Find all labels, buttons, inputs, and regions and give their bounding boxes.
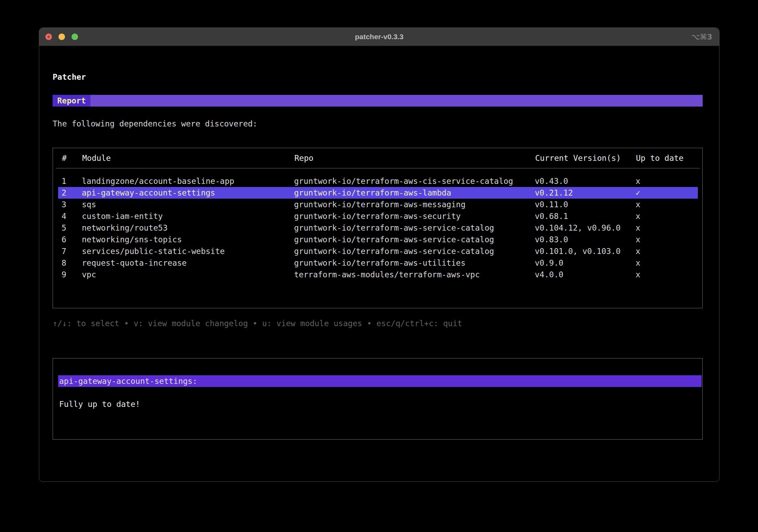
dependencies-table: # Module Repo Current Version(s) Up to d… bbox=[53, 148, 703, 308]
row-module: networking/route53 bbox=[82, 222, 294, 234]
column-header-repo: Repo bbox=[294, 152, 535, 164]
intro-text: The following dependencies were discover… bbox=[53, 118, 702, 130]
column-header-up-to-date: Up to date bbox=[636, 152, 700, 164]
column-header-num: # bbox=[62, 152, 82, 164]
terminal-content: Patcher Report The following dependencie… bbox=[39, 71, 719, 440]
row-num: 1 bbox=[62, 175, 82, 187]
row-num: 6 bbox=[62, 234, 82, 245]
table-row[interactable]: 7 services/public-static-website gruntwo… bbox=[58, 245, 698, 257]
row-versions: v4.0.0 bbox=[535, 269, 636, 280]
traffic-lights bbox=[45, 34, 78, 40]
window-titlebar: patcher-v0.3.3 ⌥⌘3 bbox=[39, 28, 719, 46]
row-up-to-date: x bbox=[636, 257, 698, 269]
row-num: 4 bbox=[62, 210, 82, 222]
row-repo: gruntwork-io/terraform-aws-service-catal… bbox=[294, 222, 535, 234]
row-up-to-date: x bbox=[636, 175, 698, 187]
row-repo: gruntwork-io/terraform-aws-cis-service-c… bbox=[294, 175, 535, 187]
row-repo: gruntwork-io/terraform-aws-service-catal… bbox=[294, 234, 535, 245]
row-module: sqs bbox=[82, 199, 294, 210]
row-up-to-date: x bbox=[636, 269, 698, 280]
row-module: request-quota-increase bbox=[82, 257, 294, 269]
column-header-module: Module bbox=[82, 152, 294, 164]
row-repo: gruntwork-io/terraform-aws-messaging bbox=[294, 199, 535, 210]
row-versions: v0.101.0, v0.103.0 bbox=[535, 245, 636, 257]
table-row[interactable]: 9 vpc terraform-aws-modules/terraform-aw… bbox=[58, 269, 698, 280]
row-up-to-date: ✓ bbox=[636, 187, 698, 199]
table-header: # Module Repo Current Version(s) Up to d… bbox=[56, 148, 700, 168]
row-module: networking/sns-topics bbox=[82, 234, 294, 245]
row-module: custom-iam-entity bbox=[82, 210, 294, 222]
terminal-window: patcher-v0.3.3 ⌥⌘3 Patcher Report The fo… bbox=[39, 27, 719, 482]
column-header-versions: Current Version(s) bbox=[535, 152, 636, 164]
row-up-to-date: x bbox=[636, 222, 698, 234]
row-versions: v0.43.0 bbox=[535, 175, 636, 187]
tab-report[interactable]: Report bbox=[53, 95, 90, 107]
row-repo: terraform-aws-modules/terraform-aws-vpc bbox=[294, 269, 535, 280]
row-up-to-date: x bbox=[636, 245, 698, 257]
row-up-to-date: x bbox=[636, 234, 698, 245]
table-row[interactable]: 8 request-quota-increase gruntwork-io/te… bbox=[58, 257, 698, 269]
detail-status-text: Fully up to date! bbox=[59, 398, 702, 410]
close-dot-icon bbox=[47, 36, 50, 38]
row-repo: gruntwork-io/terraform-aws-security bbox=[294, 210, 535, 222]
row-versions: v0.11.0 bbox=[535, 199, 636, 210]
window-title: patcher-v0.3.3 bbox=[39, 33, 719, 41]
row-num: 8 bbox=[62, 257, 82, 269]
row-num: 2 bbox=[62, 187, 82, 199]
minimize-button[interactable] bbox=[58, 34, 65, 40]
row-versions: v0.21.12 bbox=[535, 187, 636, 199]
row-num: 3 bbox=[62, 199, 82, 210]
window-shortcut-badge: ⌥⌘3 bbox=[691, 33, 712, 41]
table-row[interactable]: 5 networking/route53 gruntwork-io/terraf… bbox=[58, 222, 698, 234]
row-num: 9 bbox=[62, 269, 82, 280]
table-row[interactable]: 3 sqs gruntwork-io/terraform-aws-messagi… bbox=[58, 199, 698, 210]
table-rows: 1 landingzone/account-baseline-app grunt… bbox=[53, 175, 702, 280]
row-repo: gruntwork-io/terraform-aws-lambda bbox=[294, 187, 535, 199]
app-heading: Patcher bbox=[53, 71, 702, 83]
help-bar: ↑/↓: to select • v: view module changelo… bbox=[53, 318, 702, 329]
row-num: 5 bbox=[62, 222, 82, 234]
row-up-to-date: x bbox=[636, 199, 698, 210]
row-repo: gruntwork-io/terraform-aws-service-catal… bbox=[294, 245, 535, 257]
row-module: landingzone/account-baseline-app bbox=[82, 175, 294, 187]
table-row[interactable]: 1 landingzone/account-baseline-app grunt… bbox=[58, 175, 698, 187]
row-num: 7 bbox=[62, 245, 82, 257]
row-versions: v0.9.0 bbox=[535, 257, 636, 269]
row-repo: gruntwork-io/terraform-aws-utilities bbox=[294, 257, 535, 269]
row-versions: v0.68.1 bbox=[535, 210, 636, 222]
zoom-button[interactable] bbox=[72, 34, 78, 40]
table-row[interactable]: 4 custom-iam-entity gruntwork-io/terrafo… bbox=[58, 210, 698, 222]
close-button[interactable] bbox=[45, 34, 52, 40]
tab-bar: Report bbox=[53, 95, 703, 107]
table-row[interactable]: 2 api-gateway-account-settings gruntwork… bbox=[58, 187, 698, 199]
row-versions: v0.83.0 bbox=[535, 234, 636, 245]
table-row[interactable]: 6 networking/sns-topics gruntwork-io/ter… bbox=[58, 234, 698, 245]
row-versions: v0.104.12, v0.96.0 bbox=[535, 222, 636, 234]
row-module: services/public-static-website bbox=[82, 245, 294, 257]
row-module: api-gateway-account-settings bbox=[82, 187, 294, 199]
row-module: vpc bbox=[82, 269, 294, 280]
row-up-to-date: x bbox=[636, 210, 698, 222]
detail-title-band: api-gateway-account-settings: bbox=[58, 375, 702, 387]
detail-panel: api-gateway-account-settings: Fully up t… bbox=[53, 358, 703, 440]
